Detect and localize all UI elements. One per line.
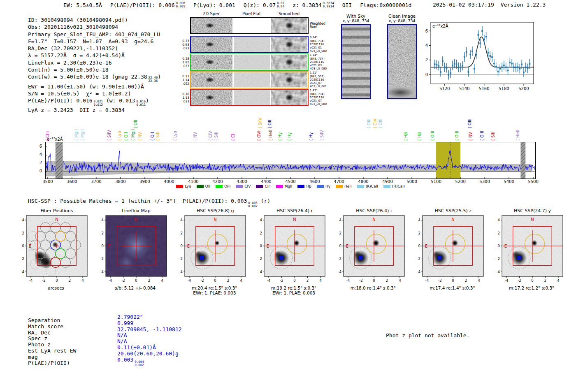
svg-text:2: 2 [307, 278, 309, 283]
info-line: S/N = 10.5(±0.5) χ² = 1.0(±0.2) [28, 90, 161, 97]
cutout-plot: NE-4-2024-4-2024 [329, 214, 406, 285]
cutout-title: HSC SSP(26.4) i [344, 208, 404, 213]
svg-text:-4: -4 [505, 278, 508, 283]
main-spectrum-plot [45, 142, 536, 181]
legend-label: (K)CaII [366, 184, 378, 188]
text-segment: F=1.7" T=0.157 N=1.07 A=0.93 g=24.6 [28, 38, 153, 44]
cutout-xlabel: m:20.4 re:1.5" s:0.3" [181, 285, 247, 290]
svg-text:0: 0 [56, 278, 58, 283]
svg-text:-4: -4 [417, 270, 420, 274]
spec2d-right-label: 403_LU_061 [310, 85, 327, 88]
info-line: EWr = 11.00(±1.50) (w: 9.90(±1.00))Å [28, 83, 161, 90]
spec2d-right-label: 0.34" [310, 36, 327, 39]
svg-text:4: 4 [101, 218, 103, 222]
info-line: F=1.7" T=0.157 N=1.07 A=0.93 g=24.6 [28, 38, 161, 45]
text-segment: LineFlux = 2.30(±0.23)e-16 [28, 60, 112, 66]
summary-segment: EW: 5.5±0.5Å [63, 2, 102, 8]
svg-text:2: 2 [101, 231, 103, 235]
cutout-title: Fiber Positions [26, 208, 87, 213]
cutout-plot: NE-4-2024-4-2024 [91, 214, 168, 285]
svg-text:2: 2 [425, 58, 428, 62]
spec2d-column-title: 2D Spec [190, 12, 233, 16]
cutout-xlabel: m:19.2 re:1.5" s:0.3" [261, 285, 327, 290]
spec2d-strip-noise [191, 18, 232, 33]
info-line: LyA z = 3.2423 OII z = 0.3834 [28, 107, 161, 114]
text-segment: P(Lyα): 0.001 [193, 2, 235, 8]
cutout-plot: NE-4-2024-4-2024 [249, 214, 327, 285]
emission-line-label: ( SiIV [107, 130, 111, 141]
stacked-uncertainty: 0.38340.3834 [323, 2, 334, 8]
svg-text:-2: -2 [417, 257, 420, 261]
emission-line-label: ( Hγ [309, 132, 313, 141]
emission-line-label: ( NV [138, 132, 142, 141]
text-segment: Q(z): 0.07 [244, 2, 276, 8]
svg-text:2: 2 [148, 278, 150, 283]
svg-text:5120: 5120 [439, 86, 450, 91]
spec2d-row-left-labels: 0.181.82033 [180, 57, 190, 68]
main-xtick-label: 4800 [356, 179, 371, 184]
elixer-report-page: EW: 5.5±0.5ÅP(LAE)/P(OII): 0.0060.0080.0… [0, 0, 576, 392]
emission-line-label: ( NV [193, 132, 197, 141]
emission-line-label: ( OIII [480, 131, 484, 141]
info-line: RA,Dec (32.709221,-1.110352) [28, 45, 161, 52]
emission-line-label: ( CIII [45, 131, 50, 141]
match-row-label: mag [28, 354, 76, 360]
cutout-subnote: EWr: 1. PLAE: 0.003 [181, 290, 247, 295]
legend-label: CIV [244, 184, 251, 188]
svg-text:-2: -2 [280, 278, 283, 283]
svg-text:0: 0 [135, 278, 137, 283]
emission-line-label: ( MgII [131, 129, 135, 141]
spec2d-row: WeightedSum [180, 17, 345, 34]
svg-text:E: E [504, 244, 507, 248]
spec2d-figure: 2D SpecPixel FlatSmoothedWeightedSum0.33… [180, 12, 345, 107]
spec2d-right-label: v021_03 [310, 64, 327, 67]
cutout-panel-fiber-positions: Fiber PositionsNE-4-2024-4-2024arcsecs [12, 208, 89, 295]
spec2d-row-right-labels: 1.47"(848, 734)20201116v021_07403_LU_080 [310, 89, 327, 106]
stacked-uncertainty: 22.4022.36 [149, 76, 158, 83]
text-segment: Cont(n) = 5.00(±0.50)e-18 [28, 67, 109, 73]
stacked-uncertainty: 0.070.07 [277, 2, 284, 8]
main-xtick-label: 4200 [210, 179, 225, 184]
cutout-title: HSC SSP(25.5) z [423, 208, 483, 213]
spec2d-strip-flat [234, 72, 270, 87]
svg-text:0: 0 [498, 244, 500, 248]
match-row-value: 2.79022" [117, 314, 182, 320]
svg-text:E: E [187, 244, 190, 248]
line-fit-zoom-chart: 512051405160518052000246e⁻¹⁷x2Å [412, 19, 552, 95]
legend-item: CIII [256, 184, 270, 188]
svg-text:-2: -2 [439, 278, 442, 283]
spec2d-strip-smooth [271, 72, 307, 87]
text-segment: 2.79022" [117, 314, 143, 320]
emission-line-label: ( MgII [80, 129, 85, 141]
svg-text:-4: -4 [258, 270, 262, 274]
emission-line-label: ( Hβ [417, 132, 422, 141]
text-segment: Flags:0x0000001d [360, 2, 411, 8]
text-segment: N/A [117, 332, 127, 338]
svg-text:-2: -2 [518, 278, 521, 283]
legend-label: OII [205, 184, 210, 188]
sky-image-panels: With Skyx, y: 848, 734Clean Imagex, y: 8… [338, 14, 420, 99]
spec2d-left-label: 052 [180, 82, 189, 86]
svg-text:-4: -4 [29, 278, 33, 283]
spec2d-left-label: 033 [180, 64, 189, 68]
text-segment: 0.999 [117, 320, 133, 326]
legend-label: Lyα [185, 184, 191, 188]
text-segment: ) [146, 97, 149, 104]
cutout-plot: NE-4-2024-4-2024 [12, 214, 89, 285]
match-row-value: 0.0030.0040.002 [117, 357, 182, 367]
emission-line-label: ( MgII [74, 129, 79, 141]
spec2d-row: 0.101.130331.47"(848, 734)20201116v021_0… [180, 89, 345, 106]
svg-text:2: 2 [227, 278, 229, 283]
spec2d-row-strips [190, 53, 309, 71]
svg-text:4: 4 [161, 278, 163, 283]
svg-text:N: N [214, 217, 217, 222]
svg-text:-4: -4 [346, 278, 349, 283]
spec2d-right-label: (848, 734) [310, 57, 327, 60]
legend-item: Lyα [176, 184, 191, 188]
svg-text:0: 0 [214, 278, 216, 283]
spec2d-row-strips [190, 17, 309, 34]
svg-text:E: E [346, 244, 348, 248]
hsc-matches-line: HSC-SSP : Possible Matches = 1 (within +… [28, 198, 270, 208]
legend-item: HeII [336, 184, 352, 188]
main-xtick-label: 4500 [283, 179, 298, 184]
